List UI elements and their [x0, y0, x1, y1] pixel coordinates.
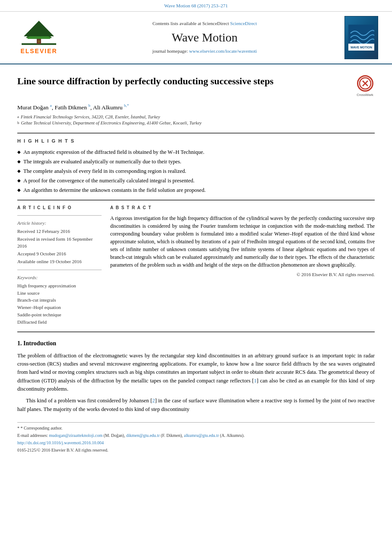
highlight-item-4: ◆ A proof for the convergence of the num… [17, 177, 375, 185]
ref-2[interactable]: 2 [152, 398, 155, 404]
keyword-4: Wiener–Hopf equation [17, 304, 102, 311]
highlight-item-1: ◆ An asymptotic expression of the diffra… [17, 148, 375, 156]
journal-title: Wave Motion [71, 29, 338, 47]
svg-point-5 [38, 40, 40, 43]
intro-paragraph-2: This kind of a problem was first conside… [17, 397, 375, 414]
history-accepted: Accepted 9 October 2016 [17, 251, 102, 258]
article-info-label: A R T I C L E I N F O [17, 205, 102, 211]
elsevier-tree-icon [19, 20, 58, 47]
journal-header: ELSEVIER Contents lists available at Sci… [0, 12, 392, 64]
journal-homepage: journal homepage: www.elsevier.com/locat… [71, 48, 338, 55]
abstract-col: A B S T R A C T A rigorous investigation… [110, 205, 375, 327]
history-online: Available online 19 October 2016 [17, 258, 102, 265]
article-info-abstract: A R T I C L E I N F O Article history: R… [17, 205, 375, 327]
footnote-emails: E-mail addresses: mudogan@ziraatteknoloj… [17, 433, 375, 439]
keyword-2: Line source [17, 290, 102, 297]
crossmark-label: CrossMark [357, 92, 373, 98]
main-content: Line source diffraction by perfectly con… [0, 64, 392, 463]
svg-text:WAVE MOTION: WAVE MOTION [351, 46, 372, 49]
highlights-label: H I G H L I G H T S [17, 138, 375, 145]
sciencedirect-notice: Contents lists available at ScienceDirec… [71, 20, 338, 27]
elsevier-logo: ELSEVIER [13, 20, 65, 55]
wave-badge-graphic: WAVE MOTION [348, 25, 374, 51]
bullet-5: ◆ [17, 187, 21, 194]
email-dikmen[interactable]: dikmen@gtu.edu.tr [126, 433, 160, 438]
email-dogan[interactable]: mudogan@ziraatteknoloji.com [49, 433, 102, 438]
footnote-issn: 0165-2125/© 2016 Elsevier B.V. All right… [17, 447, 375, 453]
highlights-section: H I G H L I G H T S ◆ An asymptotic expr… [17, 138, 375, 194]
footnote-section: * * Corresponding author. E-mail address… [17, 422, 375, 453]
bullet-4: ◆ [17, 178, 21, 184]
bullet-2: ◆ [17, 159, 21, 165]
affiliations: a Fintek Financial Technology Services, … [17, 114, 375, 127]
footnote-doi: http://dx.doi.org/10.1016/j.wavemoti.201… [17, 440, 375, 446]
article-title: Line source diffraction by perfectly con… [17, 75, 349, 88]
highlight-item-2: ◆ The integrals are evaluated analytical… [17, 158, 375, 166]
elsevier-wordmark: ELSEVIER [20, 47, 57, 55]
copyright: © 2016 Elsevier B.V. All rights reserved… [110, 271, 375, 278]
divider-4 [17, 270, 102, 270]
wave-motion-badge: WAVE MOTION [344, 16, 378, 59]
highlights-list: ◆ An asymptotic expression of the diffra… [17, 148, 375, 194]
highlight-item-3: ◆ The complete analysis of every field i… [17, 167, 375, 175]
crossmark: CrossMark [355, 75, 375, 98]
history-received: Received 12 February 2016 [17, 228, 102, 235]
history-label: Article history: [17, 220, 102, 227]
divider-2 [17, 200, 375, 201]
introduction-title: 1. Introduction [17, 339, 375, 348]
divider-3 [17, 215, 102, 216]
doi-link[interactable]: http://dx.doi.org/10.1016/j.wavemoti.201… [17, 440, 104, 445]
history-revised: Received in revised form 16 September 20… [17, 236, 102, 250]
article-info-col: A R T I C L E I N F O Article history: R… [17, 205, 102, 327]
footnote-corresponding: * * Corresponding author. [17, 425, 375, 431]
journal-center: Contents lists available at ScienceDirec… [71, 20, 338, 55]
divider-5 [17, 331, 375, 332]
journal-citation: Wave Motion 68 (2017) 253–271 [0, 0, 392, 12]
crossmark-icon [359, 77, 372, 90]
sciencedirect-link[interactable]: ScienceDirect [230, 21, 257, 26]
intro-paragraph-1: The problem of diffraction of the electr… [17, 352, 375, 394]
homepage-link[interactable]: www.elsevier.com/locate/wavemoti [189, 48, 257, 54]
authors: Murat Doğan a, Fatih Dikmen b, Ali Alkum… [17, 103, 375, 111]
keywords-section: Keywords: High frequency approximation L… [17, 274, 102, 326]
ref-1[interactable]: 1 [254, 378, 257, 384]
keyword-3: Branch-cut integrals [17, 297, 102, 304]
keyword-1: High frequency approximation [17, 283, 102, 290]
article-title-section: Line source diffraction by perfectly con… [17, 71, 375, 98]
bullet-3: ◆ [17, 168, 21, 175]
abstract-label: A B S T R A C T [110, 205, 375, 211]
email-alkumru[interactable]: alkumru@gtu.edu.tr [184, 433, 219, 438]
affiliation-b: b Gebze Technical University, Department… [17, 120, 375, 127]
divider-1 [17, 133, 375, 134]
keywords-label: Keywords: [17, 274, 102, 281]
elsevier-logo-container: ELSEVIER [13, 20, 65, 55]
abstract-text: A rigorous investigation for the high fr… [110, 214, 375, 269]
journal-logo-right: WAVE MOTION [344, 16, 379, 59]
keyword-6: Diffracted field [17, 319, 102, 326]
bullet-1: ◆ [17, 149, 21, 156]
svg-marker-4 [24, 21, 54, 36]
keyword-5: Saddle-point technique [17, 312, 102, 318]
crossmark-badge [357, 75, 373, 92]
highlight-item-5: ◆ An algorithm to determine the unknown … [17, 186, 375, 194]
citation-text: Wave Motion 68 (2017) 253–271 [164, 3, 228, 8]
affiliation-a: a Fintek Financial Technology Services, … [17, 114, 375, 121]
